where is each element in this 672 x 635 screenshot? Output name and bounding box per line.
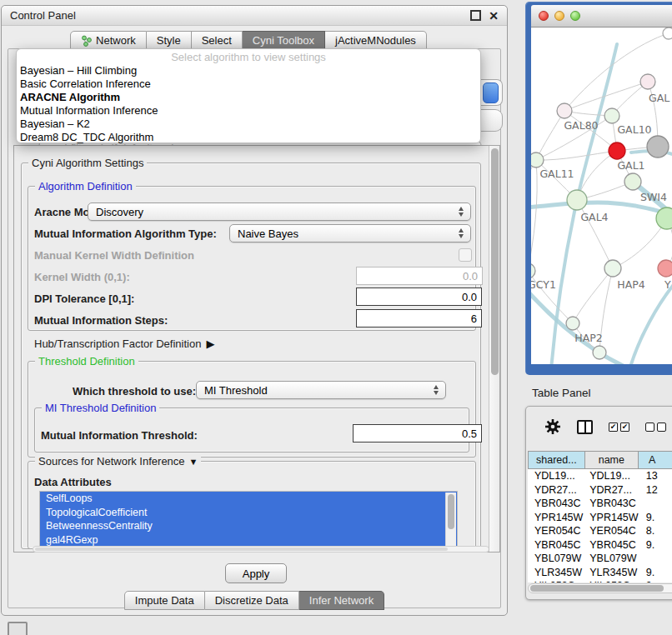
deselect-checkboxes-icon[interactable] <box>645 422 666 432</box>
list-item[interactable]: gal4RGexp <box>40 533 457 548</box>
table-row[interactable]: YBL079WYBL079W <box>528 552 672 566</box>
node-green-right[interactable] <box>656 208 672 229</box>
dpi-tolerance-label: DPI Tolerance [0,1]: <box>34 292 134 305</box>
network-window-titlebar[interactable] <box>531 5 672 28</box>
table-cell <box>639 552 672 566</box>
column-header-name[interactable]: name <box>585 451 639 469</box>
node-gal80[interactable] <box>557 103 572 118</box>
node-salmon[interactable] <box>658 260 672 277</box>
tab-jactivemodules[interactable]: jActiveMNodules <box>325 31 427 50</box>
network-edge[interactable] <box>531 160 537 271</box>
table-row[interactable]: YBR043CYBR043C <box>528 497 672 511</box>
float-panel-icon[interactable] <box>470 10 481 21</box>
node-unlabeled-bottom[interactable] <box>593 346 606 359</box>
minimize-traffic-light-icon[interactable] <box>554 11 564 21</box>
table-cell: YDR27... <box>585 483 639 498</box>
network-edge[interactable] <box>536 151 617 160</box>
table-row[interactable]: YPR145WYPR145W9. <box>528 511 672 525</box>
scrollbar-thumb[interactable] <box>35 548 448 551</box>
table-row[interactable]: YDR27...YDR27...12 <box>528 483 672 498</box>
node-gal11[interactable] <box>531 152 544 168</box>
node-swi4[interactable] <box>624 173 641 190</box>
algorithm-option[interactable]: Dream8 DC_TDC Algorithm <box>17 131 480 144</box>
mi-threshold-field[interactable]: 0.5 <box>353 424 482 442</box>
network-canvas-svg[interactable]: GALGAL80GAL10GAL1GAL11SWI4GAL4GCY1HAP4YH… <box>531 28 672 364</box>
node-gal4-label: GAL4 <box>580 211 608 223</box>
algorithm-option[interactable]: Basic Correlation Inference <box>17 78 480 91</box>
algorithm-option[interactable]: Bayesian – Hill Climbing <box>17 64 480 78</box>
kernel-width-field[interactable]: 0.0 <box>356 267 483 285</box>
which-threshold-combobox[interactable]: MI Threshold <box>196 381 446 399</box>
combobox-stepper-icon <box>483 82 499 103</box>
node-gcy1[interactable] <box>531 263 535 278</box>
aracne-mode-value: Discovery <box>96 206 143 218</box>
combobox-stepper-icon <box>455 228 467 238</box>
kernel-width-label: Kernel Width (0,1): <box>34 271 130 283</box>
list-item[interactable]: SelfLoops <box>40 492 457 506</box>
column-header-shared[interactable]: shared... <box>528 451 585 469</box>
node-table-body[interactable]: YDL19...YDL19...13YDR27...YDR27...12YBR0… <box>528 469 672 582</box>
table-row[interactable]: YLR345WYLR345W9. <box>528 566 672 580</box>
node-gray[interactable] <box>647 136 669 158</box>
dpi-tolerance-field[interactable]: 0.0 <box>356 288 482 306</box>
tab-discretize-data[interactable]: Discretize Data <box>205 591 299 610</box>
network-canvas[interactable]: GALGAL80GAL10GAL1GAL11SWI4GAL4GCY1HAP4YH… <box>531 28 672 364</box>
mi-steps-field[interactable]: 6 <box>356 309 482 328</box>
scrollbar-thumb[interactable] <box>448 494 454 529</box>
tab-network[interactable]: Network <box>70 31 147 50</box>
mi-algorithm-type-combobox[interactable]: Naive Bayes <box>229 224 471 242</box>
node-gal1-red[interactable] <box>609 142 625 159</box>
aracne-mode-combobox[interactable]: Discovery <box>88 202 471 221</box>
zoom-traffic-light-icon[interactable] <box>570 11 580 21</box>
split-columns-icon[interactable] <box>577 420 593 434</box>
table-cell <box>639 497 672 511</box>
node-gal4[interactable] <box>567 190 587 210</box>
list-item[interactable]: BetweennessCentrality <box>40 519 457 533</box>
mi-algorithm-type-label: Mutual Information Algorithm Type: <box>34 228 217 240</box>
list-item[interactable]: TopologicalCoefficient <box>40 506 457 520</box>
algorithm-option[interactable]: Bayesian – K2 <box>17 118 480 131</box>
group-title: MI Threshold Definition <box>42 402 159 414</box>
collapsed-panel-icon[interactable] <box>8 622 28 635</box>
table-row[interactable]: YER054CYER054C8. <box>528 524 672 538</box>
expanded-triangle-icon[interactable]: ▼ <box>189 457 198 467</box>
tab-cyni-toolbox[interactable]: Cyni Toolbox <box>243 31 325 50</box>
tab-impute-data[interactable]: Impute Data <box>124 591 205 610</box>
gear-icon[interactable] <box>544 418 561 435</box>
node-hap4[interactable] <box>604 260 621 277</box>
node-gal-pink[interactable] <box>640 74 655 89</box>
node-gal80-label: GAL80 <box>564 119 598 132</box>
node-unlabeled-top[interactable] <box>663 28 672 39</box>
close-traffic-light-icon[interactable] <box>539 11 549 21</box>
data-attributes-list[interactable]: SelfLoops TopologicalCoefficient Between… <box>39 491 458 548</box>
tab-style[interactable]: Style <box>147 31 192 50</box>
list-horizontal-scrollbar[interactable] <box>33 546 489 552</box>
tab-label: Select <box>202 34 232 47</box>
manual-kernel-width-checkbox[interactable] <box>459 248 472 262</box>
select-all-checkboxes-icon[interactable]: ✔ ✔ <box>609 422 629 432</box>
table-cell: YER054C <box>528 524 585 538</box>
tab-select[interactable]: Select <box>192 31 243 50</box>
table-row[interactable]: YDL19...YDL19...13 <box>528 469 672 483</box>
node-gal10[interactable] <box>604 108 619 123</box>
table-row[interactable]: YBR045CYBR045C9. <box>528 538 672 552</box>
group-title: Algorithm Definition <box>35 180 136 192</box>
scrollbar-thumb[interactable] <box>530 585 664 592</box>
apply-button[interactable]: Apply <box>225 563 287 583</box>
algorithm-option-selected[interactable]: ARACNE Algorithm <box>17 91 480 104</box>
hub-definition-toggle[interactable]: Hub/Transcription Factor Definition ▶ <box>34 338 214 350</box>
tab-infer-network[interactable]: Infer Network <box>299 591 384 610</box>
hub-definition-label: Hub/Transcription Factor Definition <box>34 338 201 350</box>
desktop: Control Panel ✕ Network S <box>0 0 672 635</box>
table-row[interactable]: YIL053CYIL053C9. <box>528 579 672 582</box>
network-view-window: GALGAL80GAL10GAL1GAL11SWI4GAL4GCY1HAP4YH… <box>525 2 672 375</box>
node-hap2[interactable] <box>566 317 579 330</box>
list-scrollbar[interactable] <box>445 492 456 546</box>
scrollbar-thumb[interactable] <box>491 148 499 375</box>
algorithm-option[interactable]: Mutual Information Inference <box>17 104 480 118</box>
close-icon[interactable]: ✕ <box>489 11 499 21</box>
settings-scrollbar[interactable] <box>489 146 499 552</box>
column-header-clipped[interactable]: A <box>639 451 672 469</box>
table-cell: 9. <box>639 538 672 552</box>
table-horizontal-scrollbar[interactable] <box>528 583 672 593</box>
